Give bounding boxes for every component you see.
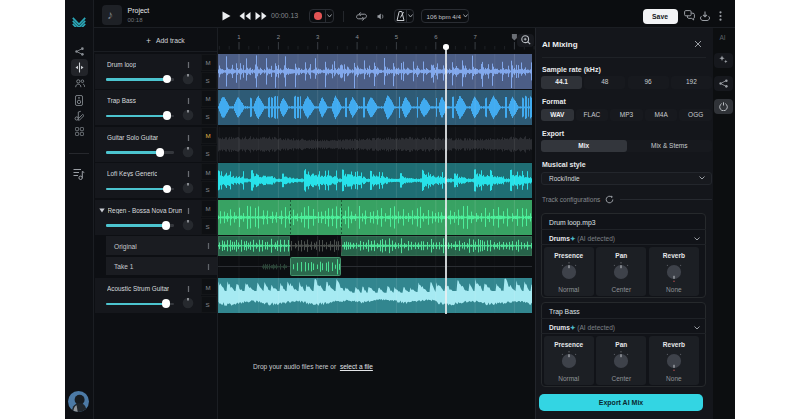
svg-text:6: 6 [434,34,438,40]
svg-text:2: 2 [276,34,280,40]
svg-text:3: 3 [316,34,320,40]
svg-text:1: 1 [237,34,241,40]
svg-text:7: 7 [473,34,477,40]
svg-text:4: 4 [355,34,359,40]
svg-text:5: 5 [394,34,398,40]
